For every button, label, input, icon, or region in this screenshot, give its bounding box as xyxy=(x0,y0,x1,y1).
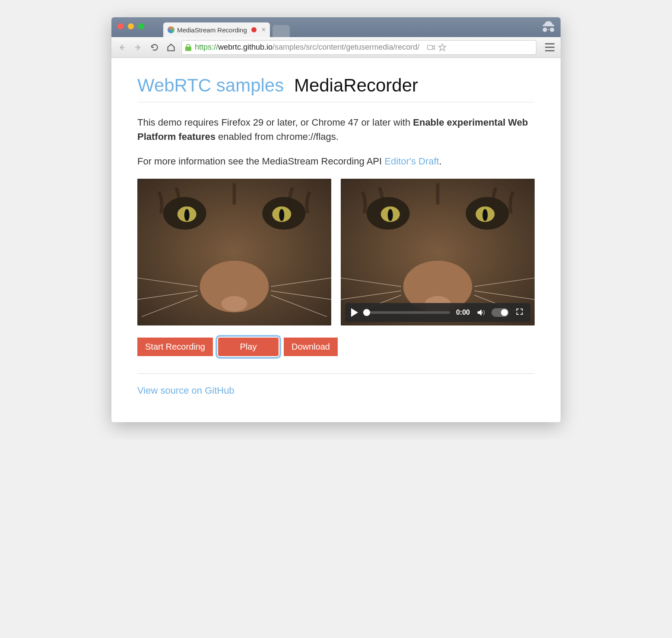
video-play-button[interactable] xyxy=(351,308,358,317)
live-video xyxy=(137,179,331,325)
svg-rect-0 xyxy=(428,45,433,49)
view-source-link[interactable]: View source on GitHub xyxy=(137,385,235,396)
reload-button[interactable] xyxy=(149,41,161,54)
tab-close-button[interactable]: × xyxy=(262,26,266,34)
video-controls: 0:00 xyxy=(345,303,530,322)
window-minimize-button[interactable] xyxy=(128,23,134,29)
window-close-button[interactable] xyxy=(117,23,124,29)
url-host: webrtc.github.io xyxy=(218,43,273,51)
new-tab-button[interactable] xyxy=(273,25,290,37)
toolbar: https://webrtc.github.io/samples/src/con… xyxy=(111,37,561,58)
url-scheme: https:// xyxy=(195,43,218,51)
heading-title: MediaRecorder xyxy=(294,75,418,95)
back-button[interactable] xyxy=(116,41,128,54)
hamburger-icon xyxy=(545,43,555,44)
seek-thumb[interactable] xyxy=(363,309,370,316)
tab-favicon-icon xyxy=(168,26,174,33)
fullscreen-button[interactable] xyxy=(515,307,524,318)
play-button[interactable]: Play xyxy=(218,338,279,356)
incognito-icon xyxy=(540,19,557,36)
fullscreen-icon xyxy=(515,307,524,316)
video-toggle[interactable] xyxy=(491,308,509,317)
intro-paragraph-2: For more information see the MediaStream… xyxy=(137,154,535,168)
tab-title: MediaStream Recording xyxy=(177,26,247,34)
recording-indicator-icon xyxy=(251,27,257,32)
home-icon xyxy=(167,43,175,52)
editors-draft-link[interactable]: Editor's Draft xyxy=(384,156,439,167)
menu-button[interactable] xyxy=(543,41,556,54)
traffic-lights xyxy=(117,23,144,29)
arrow-right-icon xyxy=(134,43,143,52)
reload-icon xyxy=(150,43,159,52)
active-tab[interactable]: MediaStream Recording × xyxy=(163,22,270,37)
svg-point-10 xyxy=(279,209,284,221)
start-recording-button[interactable]: Start Recording xyxy=(137,338,213,356)
heading-link[interactable]: WebRTC samples xyxy=(137,75,284,95)
svg-point-9 xyxy=(184,209,190,221)
footer: View source on GitHub xyxy=(137,373,535,396)
url-text: https://webrtc.github.io/samples/src/con… xyxy=(195,43,419,52)
forward-button[interactable] xyxy=(132,41,144,54)
speaker-icon xyxy=(476,308,485,317)
svg-point-26 xyxy=(482,209,488,221)
page-heading: WebRTC samples MediaRecorder xyxy=(137,75,535,102)
recorded-video: 0:00 xyxy=(341,179,535,325)
intro-paragraph-1: This demo requires Firefox 29 or later, … xyxy=(137,115,535,144)
cat-image xyxy=(137,179,331,325)
url-path: /samples/src/content/getusermedia/record… xyxy=(273,43,419,51)
camera-icon[interactable] xyxy=(426,43,436,52)
lock-icon xyxy=(185,44,191,51)
svg-point-4 xyxy=(222,296,247,312)
video-seek-bar[interactable] xyxy=(364,311,450,314)
tab-strip: MediaStream Recording × xyxy=(163,17,290,37)
video-time: 0:00 xyxy=(456,309,470,316)
download-button[interactable]: Download xyxy=(284,338,338,356)
toggle-knob xyxy=(501,309,508,316)
video-row: 0:00 xyxy=(137,179,535,325)
svg-point-25 xyxy=(388,209,393,221)
star-icon[interactable] xyxy=(437,43,447,52)
button-row: Start Recording Play Download xyxy=(137,338,535,356)
page-content: WebRTC samples MediaRecorder This demo r… xyxy=(111,58,561,422)
browser-window: MediaStream Recording × https xyxy=(111,17,561,422)
arrow-left-icon xyxy=(117,43,126,52)
title-bar: MediaStream Recording × xyxy=(111,17,561,37)
address-bar[interactable]: https://webrtc.github.io/samples/src/con… xyxy=(181,40,536,55)
window-zoom-button[interactable] xyxy=(138,23,144,29)
volume-button[interactable] xyxy=(476,308,485,317)
urlbar-actions xyxy=(426,43,447,52)
home-button[interactable] xyxy=(165,41,177,54)
